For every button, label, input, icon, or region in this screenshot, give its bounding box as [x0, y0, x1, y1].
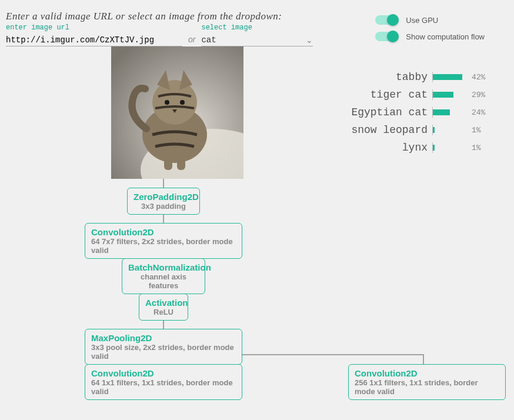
svg-point-6 — [165, 100, 169, 105]
predictions-list: tabby42%tiger cat29%Egyptian cat24%snow … — [338, 71, 490, 159]
node-zeropadding[interactable]: ZeroPadding2D 3x3 padding — [127, 188, 200, 215]
svg-point-3 — [152, 80, 197, 125]
prediction-bar — [433, 127, 468, 133]
prediction-label: tiger cat — [339, 89, 428, 101]
prediction-bar — [433, 145, 468, 151]
prediction-label: Egyptian cat — [339, 106, 428, 118]
node-title: MaxPooling2D — [91, 333, 236, 343]
node-conv-64-1x1[interactable]: Convolution2D 64 1x1 filters, 1x1 stride… — [85, 364, 242, 400]
flow-toggle-label: Show computation flow — [406, 32, 485, 41]
node-title: Activation — [145, 298, 182, 308]
node-conv-256-1x1[interactable]: Convolution2D 256 1x1 filters, 1x1 strid… — [348, 364, 506, 400]
prediction-bar — [433, 109, 468, 115]
instruction-text: Enter a valid image URL or select an ima… — [6, 11, 313, 22]
node-conv-7x7[interactable]: Convolution2D 64 7x7 filters, 2x2 stride… — [85, 223, 242, 259]
prediction-percent: 1% — [472, 126, 490, 135]
node-title: Convolution2D — [91, 227, 236, 237]
node-title: BatchNormalization — [128, 262, 199, 272]
prediction-label: lynx — [339, 142, 428, 154]
node-title: ZeroPadding2D — [133, 192, 193, 202]
svg-point-7 — [180, 100, 185, 105]
node-maxpool[interactable]: MaxPooling2D 3x3 pool size, 2x2 strides,… — [85, 329, 242, 365]
url-input[interactable] — [6, 33, 182, 46]
prediction-percent: 29% — [472, 91, 490, 99]
prediction-percent: 24% — [472, 108, 490, 117]
node-subtitle: 64 7x7 filters, 2x2 strides, border mode… — [91, 237, 236, 255]
prediction-bar — [433, 92, 468, 98]
node-subtitle: channel axis features — [128, 272, 199, 290]
prediction-row: Egyptian cat24% — [338, 106, 490, 118]
select-field-label: select image — [201, 24, 313, 32]
prediction-percent: 1% — [472, 144, 490, 152]
node-subtitle: 3x3 padding — [133, 202, 193, 211]
input-image — [111, 46, 243, 179]
svg-rect-10 — [177, 149, 185, 170]
chevron-down-icon: ⌄ — [306, 35, 313, 45]
prediction-percent: 42% — [472, 73, 490, 82]
image-select-value: cat — [201, 35, 306, 45]
node-title: Convolution2D — [91, 368, 236, 378]
prediction-row: lynx1% — [338, 142, 490, 154]
prediction-row: tabby42% — [338, 71, 490, 83]
node-batchnorm[interactable]: BatchNormalization channel axis features — [122, 258, 205, 294]
gpu-toggle[interactable] — [375, 15, 398, 25]
url-field: enter image url — [6, 24, 182, 46]
prediction-label: tabby — [339, 71, 428, 83]
prediction-row: snow leopard1% — [338, 124, 490, 136]
svg-rect-9 — [164, 149, 172, 170]
node-subtitle: 3x3 pool size, 2x2 strides, border mode … — [91, 343, 236, 361]
flow-toggle[interactable] — [375, 32, 398, 41]
node-subtitle: 64 1x1 filters, 1x1 strides, border mode… — [91, 378, 236, 396]
node-title: Convolution2D — [355, 368, 499, 378]
prediction-label: snow leopard — [339, 124, 428, 136]
gpu-toggle-label: Use GPU — [406, 16, 438, 25]
select-field: select image cat ⌄ — [201, 24, 313, 46]
image-select[interactable]: cat ⌄ — [201, 33, 313, 46]
node-activation[interactable]: Activation ReLU — [139, 294, 188, 321]
prediction-row: tiger cat29% — [338, 89, 490, 101]
node-subtitle: ReLU — [145, 308, 182, 316]
node-subtitle: 256 1x1 filters, 1x1 strides, border mod… — [355, 378, 499, 396]
url-field-label: enter image url — [6, 24, 182, 32]
prediction-bar — [433, 74, 468, 80]
or-separator: or — [188, 35, 195, 46]
